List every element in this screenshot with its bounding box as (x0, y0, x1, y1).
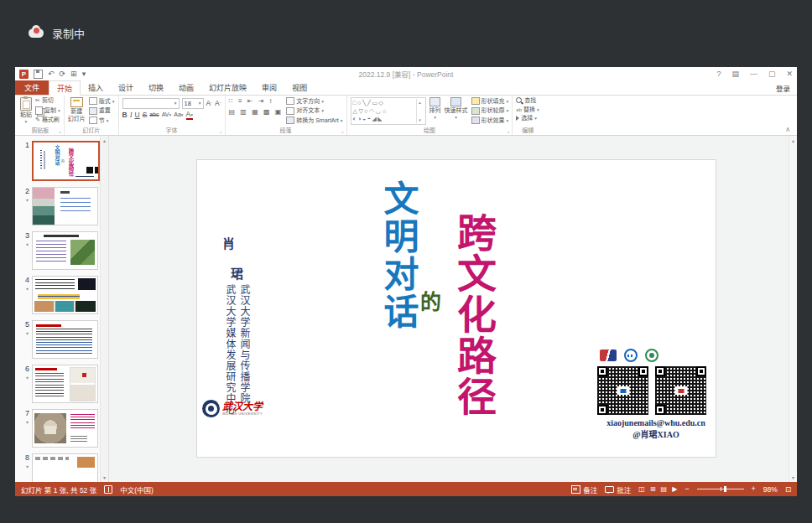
shapes-scroll-up-icon[interactable]: ▴ (419, 100, 421, 105)
zoom-slider-thumb[interactable] (724, 486, 726, 492)
paste-button[interactable]: 粘贴 ▾ (20, 97, 32, 125)
thumbnail-art[interactable] (32, 453, 98, 482)
slide-title-magenta[interactable]: 跨文化路径 (451, 212, 495, 417)
reset-button[interactable]: 重置 (89, 107, 115, 115)
scroll-up-icon[interactable]: ▴ (103, 137, 106, 143)
canvas-scrollbar[interactable]: ▴ ▾ (789, 136, 797, 482)
tab-animations[interactable]: 动画 (171, 80, 201, 95)
notes-button[interactable]: 备注 (571, 484, 597, 495)
thumbnail-slide-7[interactable]: 7 ✦ (17, 409, 108, 448)
scroll-up-icon[interactable]: ▴ (792, 137, 794, 143)
thumbnail-slide-2[interactable]: 2 ✦ (17, 187, 108, 225)
thumbnail-art[interactable] (32, 276, 98, 314)
copy-button[interactable]: 复制 ▾ (35, 106, 60, 115)
align-text-button[interactable]: 对齐文本 ▾ (286, 107, 342, 115)
comments-button[interactable]: 批注 (605, 484, 631, 495)
shapes-gallery[interactable]: □○╲╱▭◇ △▽○◠◡☆ ◐◑◒◓◢◣ ▴ ▾ (351, 97, 426, 125)
normal-view-icon[interactable]: ◫ (638, 485, 645, 493)
quick-styles-button[interactable]: 快速样式 ▾ (445, 97, 468, 121)
minimize-icon[interactable]: — (750, 70, 757, 78)
restore-icon[interactable]: ▢ (768, 70, 776, 78)
shapes-scroll-down-icon[interactable]: ▾ (419, 117, 421, 122)
slide-sorter-view-icon[interactable]: ⊞ (650, 485, 656, 493)
select-button[interactable]: 选择 ▾ (516, 115, 539, 122)
underline-button[interactable]: U (135, 111, 140, 119)
clear-format-button[interactable]: abc (149, 111, 159, 119)
contact-block[interactable]: xiaojunemails@whu.edu.cn @肖珺XIAO (585, 418, 727, 440)
touch-mode-icon[interactable]: ⊞ (70, 70, 77, 78)
ribbon-display-options-icon[interactable]: ▤ (731, 70, 739, 78)
thumbnail-art[interactable]: 文明对话 的 跨文化路径 (32, 141, 100, 181)
layout-button[interactable]: 版式 ▾ (89, 97, 115, 105)
collapse-ribbon-icon[interactable]: ∧ (785, 126, 790, 133)
slide-editor[interactable]: 文明对话 的 跨文化路径 肖 珺 武汉大学新闻与传播学院 武汉大学媒体发展研究中… (196, 159, 716, 458)
thumbnail-scrollbar[interactable]: ▴ ▾ (100, 136, 108, 482)
tab-review[interactable]: 审阅 (254, 80, 284, 95)
zoom-in-button[interactable]: + (752, 485, 756, 493)
tab-transitions[interactable]: 切换 (141, 80, 171, 95)
close-icon[interactable]: ✕ (786, 70, 793, 78)
font-size-combo[interactable]: 18 ▾ (182, 98, 204, 109)
scroll-down-icon[interactable]: ▾ (792, 474, 794, 480)
undo-icon[interactable]: ↶ (48, 70, 55, 78)
thumbnail-art[interactable] (32, 187, 98, 225)
font-color-button[interactable]: A▾ (186, 111, 193, 120)
thumbnail-slide-8[interactable]: 8 ✦ (17, 453, 108, 482)
thumbnail-slide-6[interactable]: 6 ✦ (17, 365, 108, 403)
customize-qat-icon[interactable]: ▾ (82, 70, 86, 78)
shape-effects-button[interactable]: 形状效果 ▾ (471, 117, 509, 124)
thumbnail-slide-3[interactable]: 3 ✦ (17, 231, 108, 270)
grow-font-button[interactable]: Aˆ (206, 99, 213, 108)
thumbnail-slide-5[interactable]: 5 ✦ (17, 320, 108, 359)
replace-button[interactable]: ab 替换 ▾ (516, 106, 539, 113)
paragraph-dialog-launcher[interactable]: ⌟ (341, 127, 344, 133)
redo-icon[interactable]: ⟳ (60, 70, 66, 78)
cut-button[interactable]: ✂ 剪切 (35, 97, 60, 104)
shapes-row-1[interactable]: □○╲╱▭◇ (353, 99, 416, 107)
smartart-button[interactable]: 转换为 SmartArt ▾ (286, 117, 342, 124)
slide-title-blue[interactable]: 文明对话 (378, 180, 417, 331)
shape-outline-button[interactable]: 形状轮廓 ▾ (471, 107, 509, 115)
slide-particle[interactable]: 的 (420, 285, 441, 315)
char-spacing-button[interactable]: AV▾ (162, 111, 172, 119)
save-icon[interactable] (34, 70, 43, 79)
thumbnail-slide-1[interactable]: 1 文明对话 的 跨文化路径 (17, 141, 108, 181)
shapes-row-3[interactable]: ◐◑◒◓◢◣ (353, 115, 416, 123)
thumbnail-art[interactable] (32, 320, 98, 359)
font-name-combo[interactable]: ▾ (122, 98, 180, 109)
shape-fill-button[interactable]: 形状填充 ▾ (471, 97, 509, 105)
format-painter-button[interactable]: ✎ 格式刷 (35, 117, 60, 123)
reading-view-icon[interactable]: ▤ (661, 485, 668, 493)
tab-view[interactable]: 视图 (284, 80, 315, 95)
arrange-button[interactable]: 排列 ▾ (429, 97, 441, 121)
help-icon[interactable]: ? (716, 70, 721, 78)
paragraph-row2-buttons[interactable]: ▤ ▥ ▦ ▩ ▣ (229, 108, 284, 117)
slideshow-view-icon[interactable]: ▶ (672, 485, 677, 493)
tab-insert[interactable]: 插入 (81, 80, 111, 95)
tab-home[interactable]: 开始 (49, 80, 81, 96)
find-button[interactable]: 查找 (516, 97, 539, 104)
bold-button[interactable]: B (122, 111, 128, 119)
section-button[interactable]: 节 ▾ (89, 117, 115, 124)
paragraph-row1-buttons[interactable]: ∷ ≡ ⇤ ⇥ ↕ (229, 97, 284, 106)
author-name-char-1[interactable]: 肖 (222, 234, 235, 251)
thumbnail-art[interactable] (32, 231, 98, 270)
font-dialog-launcher[interactable]: ⌟ (220, 127, 222, 133)
shrink-font-button[interactable]: Aˇ (215, 99, 221, 108)
thumbnail-art[interactable] (32, 365, 98, 403)
thumbnail-slide-4[interactable]: 4 ✦ (17, 276, 108, 314)
tab-slideshow[interactable]: 幻灯片放映 (201, 80, 254, 95)
tab-design[interactable]: 设计 (111, 80, 141, 95)
powerpoint-app-icon[interactable]: P (19, 70, 29, 79)
scroll-down-icon[interactable]: ▾ (103, 474, 106, 480)
language-indicator[interactable]: 中文(中国) (120, 484, 154, 495)
tab-file[interactable]: 文件 (15, 80, 49, 95)
zoom-percentage[interactable]: 98% (763, 485, 778, 494)
shapes-gallery-scroll[interactable]: ▴ ▾ (416, 99, 424, 123)
slide-counter[interactable]: 幻灯片 第 1 张, 共 52 张 (21, 484, 96, 495)
strikethrough-button[interactable]: S (143, 111, 148, 119)
text-direction-button[interactable]: 文字方向 ▾ (286, 97, 342, 105)
zoom-out-button[interactable]: − (684, 485, 689, 493)
italic-button[interactable]: I (130, 111, 133, 119)
shapes-row-2[interactable]: △▽○◠◡☆ (353, 107, 416, 116)
